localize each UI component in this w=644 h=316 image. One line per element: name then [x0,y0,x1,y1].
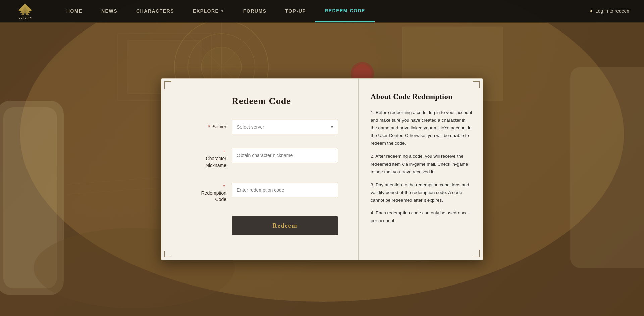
redeem-form-panel: Redeem Code * Server Select server Ameri… [161,79,359,260]
nav-item-news[interactable]: NEWS [92,0,127,22]
navbar: GENSHIN IMPACT HOME NEWS CHARACTERS EXPL… [0,0,644,23]
nav-item-home[interactable]: HOME [57,0,92,22]
code-label: * Redemption Code [185,177,232,203]
nav-right: ✦ Log in to redeem [589,8,631,14]
redeem-button-group: Redeem [185,211,338,235]
nav-item-top-up[interactable]: TOP-UP [276,0,315,22]
about-panel: About Code Redemption 1. Before redeemin… [359,79,483,260]
redeem-form-title: Redeem Code [185,96,338,106]
about-paragraph-3: 3. Pay attention to the redemption condi… [371,181,473,204]
nickname-required-star: * [223,149,225,155]
redeem-button[interactable]: Redeem [232,216,338,235]
nav-item-forums[interactable]: FORUMS [234,0,276,22]
server-select[interactable]: Select server America Europe Asia TW, HK… [232,120,338,134]
code-required-star: * [223,184,225,189]
server-required-star: * [208,124,210,129]
logo-icon: GENSHIN IMPACT [13,2,37,20]
nav-links: HOME NEWS CHARACTERS EXPLORE ▼ FORUMS TO… [57,0,589,22]
about-text: 1. Before redeeming a code, log in to yo… [371,109,473,225]
nav-item-explore[interactable]: EXPLORE ▼ [183,0,234,22]
nav-item-characters[interactable]: CHARACTERS [127,0,183,22]
about-paragraph-4: 4. Each redemption code can only be used… [371,209,473,225]
server-select-wrapper: Select server America Europe Asia TW, HK… [232,120,338,134]
server-label: * Server [185,124,232,130]
nickname-field-group: * Character Nickname [185,142,338,169]
code-input[interactable] [232,183,338,197]
nickname-label: * Character Nickname [185,142,232,169]
code-field-group: * Redemption Code [185,177,338,203]
main-content: Redeem Code * Server Select server Ameri… [0,23,644,316]
svg-text:GENSHIN: GENSHIN [19,17,32,19]
nav-item-redeem-code[interactable]: REDEEM CODE [315,0,375,22]
nickname-input[interactable] [232,148,338,163]
about-paragraph-2: 2. After redeeming a code, you will rece… [371,153,473,176]
server-field-group: * Server Select server America Europe As… [185,120,338,134]
explore-chevron-icon: ▼ [220,9,224,13]
about-title: About Code Redemption [371,92,473,101]
redeem-card: Redeem Code * Server Select server Ameri… [161,78,483,260]
logo[interactable]: GENSHIN IMPACT [13,2,37,20]
card-corner-bl [164,251,171,257]
svg-text:IMPACT: IMPACT [20,20,30,20]
login-star-icon: ✦ [589,8,593,14]
login-label: Log in to redeem [595,8,631,14]
about-paragraph-1: 1. Before redeeming a code, log in to yo… [371,109,473,147]
login-button[interactable]: ✦ Log in to redeem [589,8,631,14]
